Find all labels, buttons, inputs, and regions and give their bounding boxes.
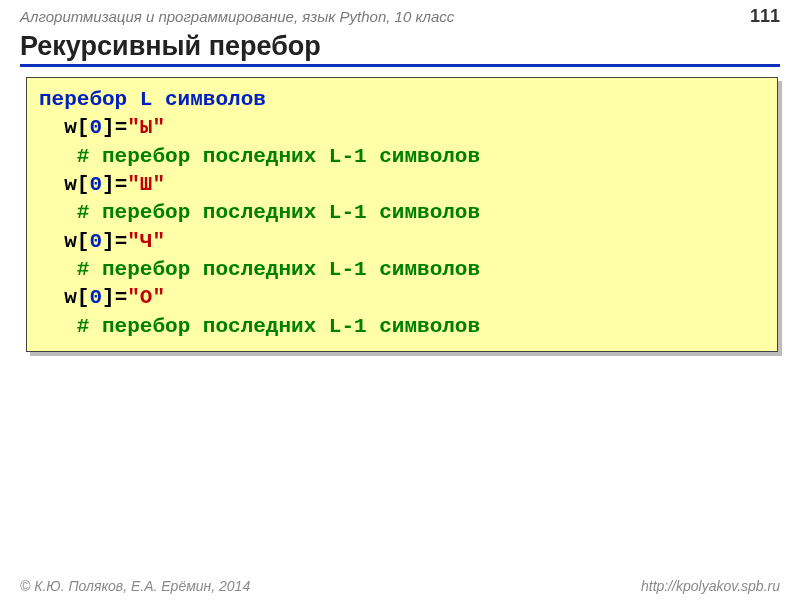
bracket-open: [ — [77, 230, 90, 253]
code-index: 0 — [89, 116, 102, 139]
bracket-open: [ — [77, 116, 90, 139]
bracket-close: ] — [102, 230, 115, 253]
code-var: w — [64, 286, 77, 309]
code-comment: # перебор последних L-1 символов — [77, 258, 480, 281]
equals: = — [115, 116, 128, 139]
bracket-open: [ — [77, 286, 90, 309]
page-number: 111 — [750, 6, 780, 27]
code-comment: # перебор последних L-1 символов — [77, 201, 480, 224]
bracket-close: ] — [102, 173, 115, 196]
code-var: w — [64, 230, 77, 253]
slide-title: Рекурсивный перебор — [20, 31, 780, 67]
code-index: 0 — [89, 173, 102, 196]
slide-footer: © К.Ю. Поляков, Е.А. Ерёмин, 2014 http:/… — [20, 578, 780, 594]
code-string: "О" — [127, 286, 165, 309]
code-comment: # перебор последних L-1 символов — [77, 315, 480, 338]
equals: = — [115, 230, 128, 253]
code-string: "Ш" — [127, 173, 165, 196]
copyright-text: © К.Ю. Поляков, Е.А. Ерёмин, 2014 — [20, 578, 250, 594]
code-string: "Ы" — [127, 116, 165, 139]
bracket-close: ] — [102, 116, 115, 139]
code-keyword: перебор L символов — [39, 88, 266, 111]
footer-url: http://kpolyakov.spb.ru — [641, 578, 780, 594]
code-var: w — [64, 173, 77, 196]
bracket-open: [ — [77, 173, 90, 196]
subject-text: Алгоритмизация и программирование, язык … — [20, 8, 454, 25]
slide-header: Алгоритмизация и программирование, язык … — [0, 0, 800, 29]
code-index: 0 — [89, 286, 102, 309]
equals: = — [115, 173, 128, 196]
code-index: 0 — [89, 230, 102, 253]
code-block: перебор L символов w[0]="Ы" # перебор по… — [26, 77, 778, 352]
code-string: "Ч" — [127, 230, 165, 253]
code-var: w — [64, 116, 77, 139]
code-comment: # перебор последних L-1 символов — [77, 145, 480, 168]
equals: = — [115, 286, 128, 309]
bracket-close: ] — [102, 286, 115, 309]
